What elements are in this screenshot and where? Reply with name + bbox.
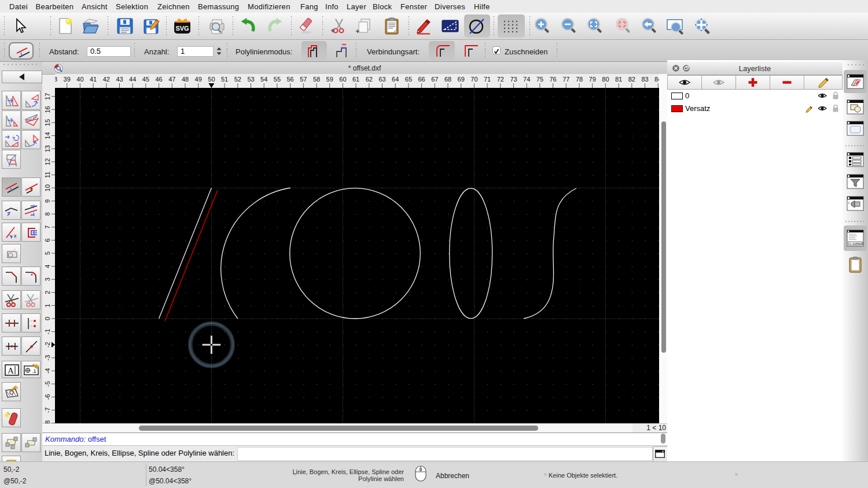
svg-text:x: x bbox=[14, 233, 17, 239]
svg-text:52: 52 bbox=[234, 76, 241, 83]
svg-text:c command: c command bbox=[849, 242, 864, 245]
svg-text:84: 84 bbox=[654, 76, 659, 83]
svg-text:9: 9 bbox=[44, 199, 51, 203]
svg-text:-4: -4 bbox=[44, 368, 51, 374]
svg-text:8: 8 bbox=[44, 212, 51, 216]
svg-text:65: 65 bbox=[405, 76, 412, 83]
svg-text:12: 12 bbox=[44, 158, 51, 165]
svg-text:3: 3 bbox=[44, 278, 51, 281]
svg-text:-6: -6 bbox=[44, 394, 51, 400]
svg-text:78: 78 bbox=[576, 76, 583, 83]
svg-text:80: 80 bbox=[602, 76, 609, 83]
svg-text:44: 44 bbox=[129, 76, 136, 83]
svg-text:-3: -3 bbox=[44, 355, 51, 361]
svg-text:A: A bbox=[8, 366, 14, 375]
svg-text:41: 41 bbox=[90, 76, 97, 83]
svg-text:16: 16 bbox=[44, 106, 51, 113]
svg-text:15: 15 bbox=[44, 119, 51, 126]
svg-text:57: 57 bbox=[300, 76, 307, 83]
svg-text:69: 69 bbox=[458, 76, 465, 83]
svg-text:59: 59 bbox=[326, 76, 333, 83]
svg-text:54: 54 bbox=[260, 76, 267, 83]
svg-text:51: 51 bbox=[221, 76, 228, 83]
svg-text:46: 46 bbox=[155, 76, 162, 83]
svg-text:47: 47 bbox=[168, 76, 175, 83]
svg-text:17: 17 bbox=[44, 93, 51, 100]
svg-text:SVG: SVG bbox=[175, 25, 189, 32]
svg-text:13: 13 bbox=[44, 145, 51, 152]
svg-text:6: 6 bbox=[44, 238, 51, 242]
svg-text:70: 70 bbox=[470, 76, 477, 83]
svg-text:76: 76 bbox=[549, 76, 556, 83]
svg-text:7: 7 bbox=[44, 225, 51, 229]
svg-text:77: 77 bbox=[562, 76, 569, 83]
svg-text:75: 75 bbox=[536, 76, 543, 83]
svg-text:50: 50 bbox=[208, 76, 215, 83]
svg-text:79: 79 bbox=[589, 76, 596, 83]
svg-text:0: 0 bbox=[44, 317, 51, 320]
svg-text:39: 39 bbox=[64, 76, 71, 83]
svg-text:68: 68 bbox=[444, 76, 451, 83]
svg-text:81: 81 bbox=[615, 76, 622, 83]
svg-text:40: 40 bbox=[76, 76, 83, 83]
svg-text:5: 5 bbox=[44, 252, 51, 255]
svg-text:-7: -7 bbox=[44, 407, 51, 413]
svg-text:71: 71 bbox=[484, 76, 491, 83]
svg-text:38: 38 bbox=[55, 76, 57, 83]
svg-text:10: 10 bbox=[44, 184, 51, 191]
svg-text:14: 14 bbox=[44, 132, 51, 139]
svg-text:55: 55 bbox=[274, 76, 281, 83]
svg-text:56: 56 bbox=[286, 76, 293, 83]
svg-text:63: 63 bbox=[378, 76, 385, 83]
svg-text:49: 49 bbox=[195, 76, 202, 83]
svg-text:58: 58 bbox=[313, 76, 320, 83]
svg-text:60: 60 bbox=[339, 76, 346, 83]
svg-text:2: 2 bbox=[44, 291, 51, 294]
svg-text:43: 43 bbox=[116, 76, 123, 83]
svg-text:83: 83 bbox=[641, 76, 648, 83]
svg-text:.1: .1 bbox=[32, 368, 36, 374]
svg-text:-2: -2 bbox=[44, 342, 51, 347]
svg-text:66: 66 bbox=[418, 76, 425, 83]
svg-text:1: 1 bbox=[44, 304, 51, 307]
svg-text:73: 73 bbox=[510, 76, 517, 83]
svg-text:67: 67 bbox=[431, 76, 438, 83]
svg-text:-5: -5 bbox=[44, 381, 51, 387]
svg-text:61: 61 bbox=[352, 76, 359, 83]
svg-text:64: 64 bbox=[392, 76, 399, 83]
svg-text:53: 53 bbox=[247, 76, 254, 83]
svg-text:45: 45 bbox=[142, 76, 149, 83]
svg-text:-1: -1 bbox=[44, 329, 51, 335]
svg-text:42: 42 bbox=[103, 76, 110, 83]
svg-text:11: 11 bbox=[44, 172, 51, 178]
svg-text:4: 4 bbox=[44, 265, 51, 268]
svg-text:74: 74 bbox=[523, 76, 530, 83]
svg-text:62: 62 bbox=[366, 76, 373, 83]
svg-text:82: 82 bbox=[628, 76, 635, 83]
svg-text:72: 72 bbox=[497, 76, 504, 83]
svg-text:48: 48 bbox=[182, 76, 189, 83]
